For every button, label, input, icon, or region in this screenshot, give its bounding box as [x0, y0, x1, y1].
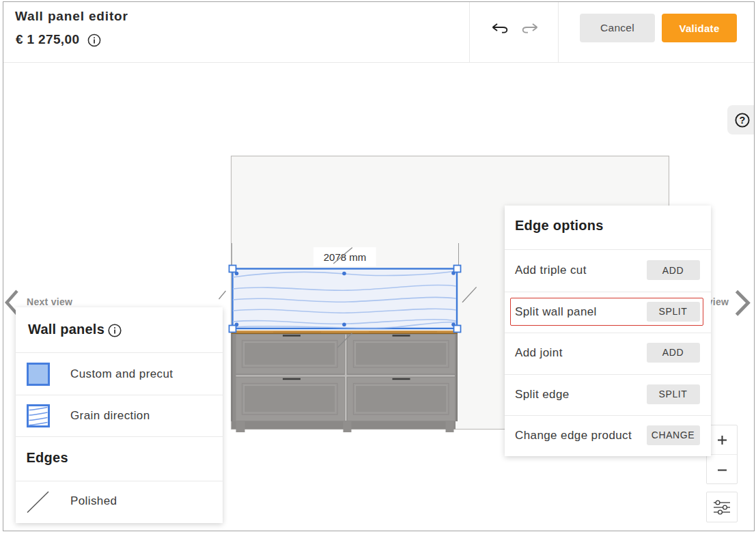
svg-text:2078 mm: 2078 mm — [324, 251, 367, 263]
svg-text:?: ? — [740, 115, 746, 126]
